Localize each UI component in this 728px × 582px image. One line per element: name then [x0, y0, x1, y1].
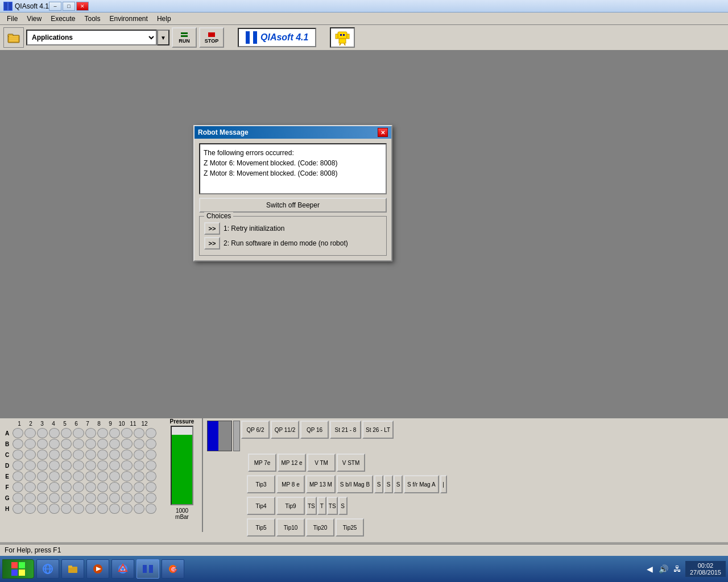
cell[interactable]	[146, 439, 156, 449]
cell[interactable]	[73, 504, 84, 514]
choice-2-button[interactable]: >>	[204, 237, 220, 250]
cell[interactable]	[109, 482, 120, 492]
cell[interactable]	[24, 460, 35, 471]
cell[interactable]	[37, 450, 48, 460]
cell[interactable]	[61, 471, 72, 481]
equip-qp16[interactable]: QP 16	[300, 421, 329, 439]
equip-sfrmaga[interactable]: S f/r Mag A	[404, 475, 439, 493]
cell[interactable]	[73, 493, 84, 503]
cell[interactable]	[73, 428, 84, 438]
cell[interactable]	[61, 428, 72, 438]
equip-tip3[interactable]: Tip3	[247, 475, 275, 493]
cell[interactable]	[109, 504, 120, 514]
equip-st218[interactable]: St 21 - 8	[330, 421, 361, 439]
dialog-close-button[interactable]: ✕	[378, 128, 388, 137]
cell[interactable]	[97, 504, 108, 514]
cell[interactable]	[73, 471, 84, 481]
cell[interactable]	[13, 460, 23, 471]
minimize-button[interactable]: –	[49, 2, 61, 11]
cell[interactable]	[49, 482, 60, 492]
cell[interactable]	[85, 460, 96, 471]
cell[interactable]	[146, 460, 156, 471]
taskbar-chrome[interactable]	[111, 559, 134, 579]
cell[interactable]	[37, 439, 48, 449]
cell[interactable]	[61, 504, 72, 514]
cell[interactable]	[37, 460, 48, 471]
cell[interactable]	[61, 482, 72, 492]
cell[interactable]	[109, 471, 120, 481]
robot-icon-button[interactable]	[330, 27, 355, 48]
cell[interactable]	[61, 493, 72, 503]
equip-s1[interactable]: S	[374, 475, 383, 493]
cell[interactable]	[73, 482, 84, 492]
cell[interactable]	[109, 460, 120, 471]
tray-arrow-icon[interactable]: ◀	[644, 563, 656, 575]
cell[interactable]	[121, 460, 132, 471]
cell[interactable]	[121, 450, 132, 460]
cell[interactable]	[37, 482, 48, 492]
cell[interactable]	[121, 493, 132, 503]
equip-st26lt[interactable]: St 26 - LT	[362, 421, 394, 439]
run-button[interactable]: RUN	[172, 27, 197, 48]
cell[interactable]	[85, 493, 96, 503]
cell[interactable]	[121, 439, 132, 449]
equip-s3[interactable]: S	[394, 475, 403, 493]
cell[interactable]	[97, 450, 108, 460]
menu-file[interactable]: File	[2, 14, 22, 24]
cell[interactable]	[13, 439, 23, 449]
menu-help[interactable]: Help	[152, 14, 176, 24]
cell[interactable]	[73, 439, 84, 449]
cell[interactable]	[134, 482, 144, 492]
cell[interactable]	[134, 428, 144, 438]
cell[interactable]	[134, 504, 144, 514]
equip-tip5[interactable]: Tip5	[247, 518, 275, 537]
equip-tip20[interactable]: Tip20	[306, 518, 334, 537]
tray-speaker-icon[interactable]: 🔊	[658, 563, 669, 575]
cell[interactable]	[97, 493, 108, 503]
equip-sbimab[interactable]: S b/I Mag B	[337, 475, 373, 493]
menu-tools[interactable]: Tools	[80, 14, 105, 24]
choice-1-button[interactable]: >>	[204, 222, 220, 235]
cell[interactable]	[24, 493, 35, 503]
cell[interactable]	[109, 439, 120, 449]
equip-t2[interactable]: T	[317, 497, 326, 515]
equip-qp112[interactable]: QP 11/2	[271, 421, 299, 439]
equip-t1[interactable]: TS	[306, 497, 317, 515]
equip-tip10[interactable]: Tip10	[276, 518, 305, 537]
cell[interactable]	[49, 504, 60, 514]
cell[interactable]	[37, 471, 48, 481]
cell[interactable]	[97, 471, 108, 481]
menu-view[interactable]: View	[22, 14, 46, 24]
cell[interactable]	[134, 439, 144, 449]
equip-tip9[interactable]: Tip9	[276, 497, 305, 515]
cell[interactable]	[49, 450, 60, 460]
cell[interactable]	[13, 428, 23, 438]
app-dropdown[interactable]: Applications	[26, 30, 157, 45]
cell[interactable]	[37, 493, 48, 503]
equip-qp62[interactable]: QP 6/2	[241, 421, 270, 439]
taskbar-folder[interactable]	[61, 559, 84, 579]
cell[interactable]	[49, 460, 60, 471]
cell[interactable]	[146, 482, 156, 492]
cell[interactable]	[146, 493, 156, 503]
cell[interactable]	[24, 482, 35, 492]
cell[interactable]	[146, 504, 156, 514]
equip-s2[interactable]: S	[384, 475, 393, 493]
cell[interactable]	[24, 450, 35, 460]
cell[interactable]	[97, 482, 108, 492]
cell[interactable]	[146, 450, 156, 460]
cell[interactable]	[24, 504, 35, 514]
close-button[interactable]: ✕	[76, 2, 89, 11]
cell[interactable]	[134, 460, 144, 471]
cell[interactable]	[85, 504, 96, 514]
menu-environment[interactable]: Environment	[105, 14, 152, 24]
cell[interactable]	[24, 439, 35, 449]
cell[interactable]	[85, 439, 96, 449]
taskbar-qiasoft[interactable]	[136, 559, 159, 579]
equip-tip25[interactable]: Tip25	[336, 518, 364, 537]
cell[interactable]	[134, 493, 144, 503]
taskbar-ie[interactable]	[36, 559, 59, 579]
cell[interactable]	[24, 471, 35, 481]
cell[interactable]	[13, 450, 23, 460]
menu-execute[interactable]: Execute	[46, 14, 80, 24]
